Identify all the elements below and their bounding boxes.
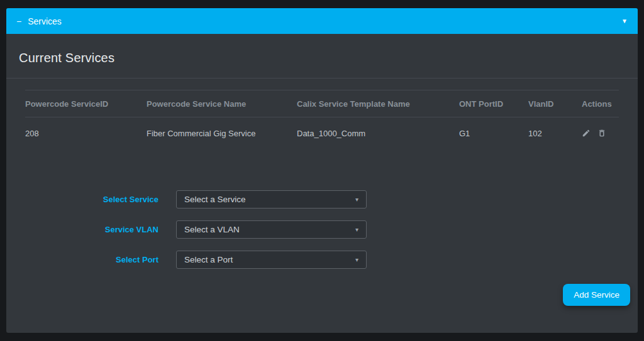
- panel-title: Services: [28, 16, 62, 26]
- add-service-button[interactable]: Add Service: [563, 284, 630, 306]
- col-header-calix-template-name: Calix Service Template Name: [297, 99, 459, 109]
- section-title: Current Services: [6, 34, 638, 78]
- form-actions: Add Service: [6, 284, 638, 306]
- cell-ont-portid: G1: [459, 129, 528, 138]
- services-panel-header[interactable]: − Services ▼: [6, 8, 638, 34]
- services-panel-body: Current Services Powercode ServiceID Pow…: [6, 34, 638, 333]
- select-service-dropdown[interactable]: Select a Service ▾: [176, 190, 367, 208]
- title-divider: [6, 78, 638, 78]
- trash-icon: [597, 129, 606, 138]
- cell-vlanid: 102: [528, 129, 582, 138]
- current-services-table: Powercode ServiceID Powercode Service Na…: [25, 90, 619, 149]
- chevron-down-icon: ▾: [355, 227, 358, 233]
- service-vlan-label: Service VLAN: [6, 225, 158, 234]
- cell-powercode-service-name: Fiber Commercial Gig Service: [147, 129, 297, 138]
- edit-service-button[interactable]: [582, 129, 591, 138]
- collapse-minus-icon: −: [16, 17, 21, 26]
- col-header-powercode-serviceid: Powercode ServiceID: [25, 99, 147, 109]
- col-header-vlanid: VlanID: [528, 99, 582, 109]
- form-row-select-service: Select Service Select a Service ▾: [6, 190, 638, 208]
- services-panel: − Services ▼ Current Services Powercode …: [6, 8, 638, 333]
- add-service-form: Select Service Select a Service ▾ Servic…: [6, 190, 638, 269]
- form-row-service-vlan: Service VLAN Select a VLAN ▾: [6, 220, 638, 239]
- service-vlan-dropdown[interactable]: Select a VLAN ▾: [176, 220, 367, 239]
- col-header-actions: Actions: [582, 99, 619, 109]
- table-header-row: Powercode ServiceID Powercode Service Na…: [25, 90, 619, 117]
- cell-calix-template-name: Data_1000_Comm: [297, 129, 459, 138]
- chevron-down-icon: ▼: [621, 18, 628, 24]
- delete-service-button[interactable]: [597, 129, 606, 138]
- select-service-label: Select Service: [6, 195, 158, 204]
- chevron-down-icon: ▾: [355, 197, 358, 203]
- form-row-select-port: Select Port Select a Port ▾: [6, 251, 638, 269]
- table-row: 208 Fiber Commercial Gig Service Data_10…: [25, 117, 619, 149]
- select-port-value: Select a Port: [184, 255, 233, 264]
- select-port-label: Select Port: [6, 255, 158, 264]
- select-service-value: Select a Service: [184, 195, 246, 204]
- col-header-powercode-service-name: Powercode Service Name: [147, 99, 297, 109]
- select-port-dropdown[interactable]: Select a Port ▾: [176, 251, 367, 269]
- chevron-down-icon: ▾: [355, 257, 358, 263]
- row-actions: [582, 129, 619, 138]
- pencil-icon: [582, 129, 591, 138]
- cell-powercode-serviceid: 208: [25, 129, 147, 138]
- service-vlan-value: Select a VLAN: [184, 225, 240, 234]
- col-header-ont-portid: ONT PortID: [459, 99, 528, 109]
